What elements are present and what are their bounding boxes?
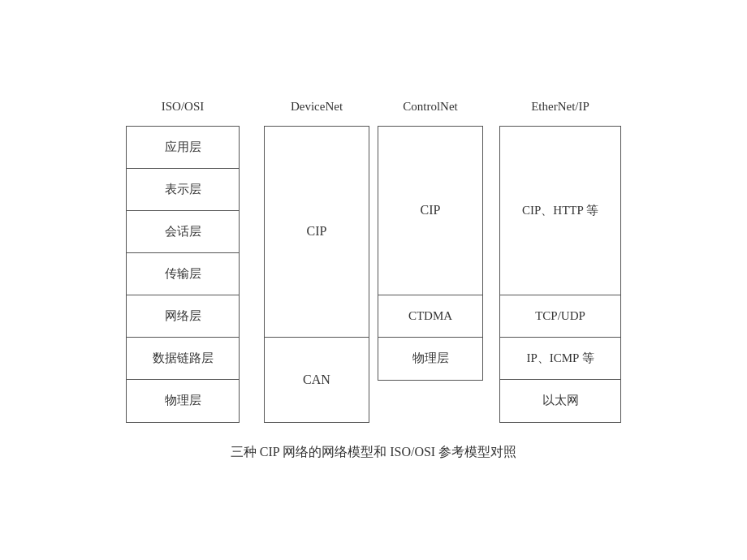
controlnet-box: CIP CTDMA 物理层 [378, 126, 483, 381]
diagram-container: ISO/OSI 应用层 表示层 会话层 传输层 网络层 数据链路层 [110, 84, 637, 477]
ethernet-column: EtherNet/IP CIP、HTTP 等 TCP/UDP IP、ICMP 等… [499, 100, 621, 423]
devicenet-cip: CIP [265, 127, 369, 338]
controlnet-column: ControlNet CIP CTDMA 物理层 [378, 100, 483, 381]
devicenet-header: DeviceNet [291, 100, 343, 119]
controlnet-ctdma: CTDMA [378, 295, 482, 338]
ethernet-eth: 以太网 [500, 380, 620, 422]
iso-layer-transport: 传输层 [127, 253, 239, 295]
diagram-caption: 三种 CIP 网络的网络模型和 ISO/OSI 参考模型对照 [231, 444, 516, 461]
iso-layer-app: 应用层 [127, 127, 239, 169]
iso-column: ISO/OSI 应用层 表示层 会话层 传输层 网络层 数据链路层 [126, 100, 240, 423]
devicenet-can: CAN [265, 338, 369, 422]
iso-layer-physical: 物理层 [127, 380, 239, 422]
controlnet-physical: 物理层 [378, 338, 482, 380]
controlnet-header: ControlNet [403, 100, 458, 119]
ethernet-tcp: TCP/UDP [500, 295, 620, 338]
iso-header: ISO/OSI [126, 100, 240, 119]
devicenet-box: CIP CAN [264, 126, 369, 423]
columns-area: ISO/OSI 应用层 表示层 会话层 传输层 网络层 数据链路层 [126, 100, 621, 423]
ethernet-ip: IP、ICMP 等 [500, 338, 620, 380]
iso-layers: 应用层 表示层 会话层 传输层 网络层 数据链路层 物理层 [126, 126, 240, 423]
devicenet-column: DeviceNet CIP CAN [264, 100, 369, 423]
ethernet-box: CIP、HTTP 等 TCP/UDP IP、ICMP 等 以太网 [499, 126, 621, 423]
iso-layer-datalink: 数据链路层 [127, 338, 239, 380]
ethernet-header: EtherNet/IP [531, 100, 589, 119]
ethernet-cip: CIP、HTTP 等 [500, 127, 620, 295]
controlnet-cip: CIP [378, 127, 482, 295]
iso-layer-network: 网络层 [127, 295, 239, 338]
iso-layer-session: 会话层 [127, 211, 239, 253]
iso-layer-pres: 表示层 [127, 169, 239, 211]
